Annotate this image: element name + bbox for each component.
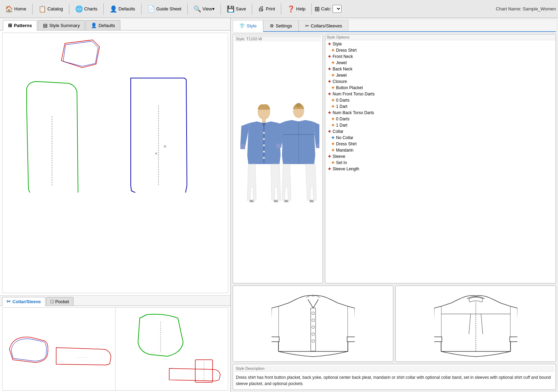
option-icon: ✦ — [331, 160, 335, 165]
option-label: Num Back Torso Darts — [333, 110, 374, 115]
svg-text:- - - - - - -: - - - - - - - — [77, 356, 88, 359]
guide-sheet-label: Guide Sheet — [156, 6, 181, 11]
option-row[interactable]: ✦Style — [325, 41, 556, 47]
option-row[interactable]: ✦Collar — [325, 128, 556, 135]
option-row[interactable]: ✦0 Darts — [325, 116, 556, 122]
option-icon: ✦ — [331, 116, 335, 122]
save-button[interactable]: 💾 Save — [224, 3, 249, 15]
settings-tab-icon: ⚙ — [270, 23, 274, 28]
charts-button[interactable]: 🌐 Charts — [72, 3, 101, 15]
bottom-tab-bar: ✂ Collar/Sleeve □ Pocket — [0, 296, 230, 306]
catalog-icon: 📋 — [38, 5, 46, 13]
option-label: Num Front Torso Darts — [333, 92, 375, 96]
option-icon: ✦ — [327, 66, 332, 72]
tab-style[interactable]: 👕 Style — [233, 20, 263, 32]
chart-name: Chart Name: Sample_Women — [496, 6, 556, 11]
tab-settings[interactable]: ⚙ Settings — [263, 20, 299, 31]
style-summary-tab-label: Style Summary — [49, 23, 80, 28]
tab-collars-sleeves[interactable]: ✂ Collars/Sleeves — [299, 20, 349, 31]
patterns-tab-icon: ⊞ — [8, 23, 12, 28]
print-button[interactable]: 🖨 Print — [255, 3, 278, 14]
option-row[interactable]: ✦0 Darts — [325, 97, 556, 103]
tab-defaults[interactable]: 👤 Defaults — [86, 20, 120, 30]
option-row[interactable]: ✦Dress Shirt — [325, 47, 556, 53]
garment-front-svg — [272, 287, 355, 360]
svg-text:⊞: ⊞ — [164, 145, 166, 148]
option-icon: ✦ — [331, 97, 335, 103]
option-row[interactable]: ✦Set In — [325, 160, 556, 166]
options-list[interactable]: ✦Style✦Dress Shirt✦Front Neck✦Jewel✦Back… — [325, 40, 556, 283]
style-description-text: Dress shirt has front button placket, ba… — [234, 373, 554, 388]
option-row[interactable]: ✦No Collar — [325, 135, 556, 141]
option-label: Dress Shirt — [336, 48, 357, 53]
defaults-tab-icon: 👤 — [91, 23, 97, 28]
view-button[interactable]: 🔍 View▾ — [190, 3, 218, 15]
settings-tab-label: Settings — [276, 23, 292, 28]
collars-sleeves-tab-icon: ✂ — [305, 23, 309, 28]
option-row[interactable]: ✦Closure — [325, 78, 556, 85]
help-button[interactable]: ❓ Help — [284, 3, 309, 15]
view-icon: 🔍 — [194, 5, 201, 13]
svg-point-30 — [312, 333, 315, 335]
defaults-icon: 👤 — [110, 5, 117, 13]
option-label: Sleeve — [333, 154, 345, 159]
option-row[interactable]: ✦Num Front Torso Darts — [325, 91, 556, 97]
option-row[interactable]: ✦Jewel — [325, 72, 556, 78]
style-summary-tab-icon: ▤ — [43, 23, 48, 28]
defaults-button[interactable]: 👤 Defaults — [106, 3, 138, 15]
options-header: Style Options — [325, 34, 556, 40]
option-row[interactable]: ✦Sleeve — [325, 153, 556, 160]
svg-rect-35 — [510, 337, 517, 342]
separator-2 — [69, 3, 69, 15]
calc-section: ⊞ Calc: — [315, 5, 342, 13]
option-row[interactable]: ✦Button Placket — [325, 85, 556, 91]
tab-style-summary[interactable]: ▤ Style Summary — [38, 20, 85, 30]
view-label: View▾ — [203, 6, 215, 11]
option-label: No Collar — [336, 135, 353, 140]
option-label: Jewel — [336, 73, 347, 78]
catalog-button[interactable]: 📋 Catalog — [35, 3, 66, 15]
separator-8 — [281, 3, 281, 15]
tab-collar-sleeve[interactable]: ✂ Collar/Sleeve — [2, 297, 45, 306]
separator-5 — [187, 3, 188, 15]
home-label: Home — [14, 6, 26, 11]
svg-point-27 — [312, 312, 315, 315]
tab-patterns[interactable]: ⊞ Patterns — [3, 20, 37, 31]
option-label: Closure — [333, 79, 347, 84]
option-row[interactable]: ✦Sleeve Length — [325, 166, 556, 172]
option-row[interactable]: ✦Dress Shirt — [325, 141, 556, 147]
patterns-tab-label: Patterns — [14, 23, 32, 28]
option-label: Back Neck — [333, 67, 352, 71]
left-panel: ⊞ Patterns ▤ Style Summary 👤 Defaults — [0, 18, 231, 392]
bottom-tabs: ✂ Collar/Sleeve □ Pocket — [0, 295, 230, 392]
home-button[interactable]: 🏠 Home — [2, 3, 29, 15]
option-row[interactable]: ✦Mandarin — [325, 147, 556, 153]
charts-icon: 🌐 — [75, 5, 83, 13]
svg-rect-24 — [272, 337, 279, 342]
toolbar: 🏠 Home 📋 Catalog 🌐 Charts 👤 Defaults 📄 G… — [0, 0, 558, 18]
option-row[interactable]: ✦Num Back Torso Darts — [325, 110, 556, 116]
tab-pocket[interactable]: □ Pocket — [46, 297, 74, 306]
calc-select[interactable] — [333, 5, 342, 13]
main-layout: ⊞ Patterns ▤ Style Summary 👤 Defaults — [0, 18, 558, 392]
charts-label: Charts — [84, 6, 97, 11]
option-icon: ✦ — [327, 129, 332, 134]
option-row[interactable]: ✦1 Dart — [325, 103, 556, 110]
right-content: Style: T1102-W — [233, 34, 556, 283]
pocket-label: Pocket — [55, 299, 69, 304]
option-icon: ✦ — [331, 104, 335, 109]
pattern-svg: ⊞ ⊞ — [2, 33, 224, 193]
option-row[interactable]: ✦Jewel — [325, 60, 556, 66]
guide-sheet-button[interactable]: 📄 Guide Sheet — [144, 3, 184, 15]
option-row[interactable]: ✦Back Neck — [325, 66, 556, 72]
option-label: Front Neck — [333, 54, 353, 59]
fashion-figure-svg — [236, 100, 319, 225]
pocket-icon: □ — [51, 299, 53, 304]
separator-7 — [252, 3, 252, 15]
option-row[interactable]: ✦1 Dart — [325, 122, 556, 128]
option-icon: ✦ — [327, 79, 332, 84]
option-label: Sleeve Length — [333, 167, 359, 171]
calc-label: Calc: — [321, 6, 332, 11]
save-icon: 💾 — [227, 5, 234, 13]
option-row[interactable]: ✦Front Neck — [325, 53, 556, 60]
